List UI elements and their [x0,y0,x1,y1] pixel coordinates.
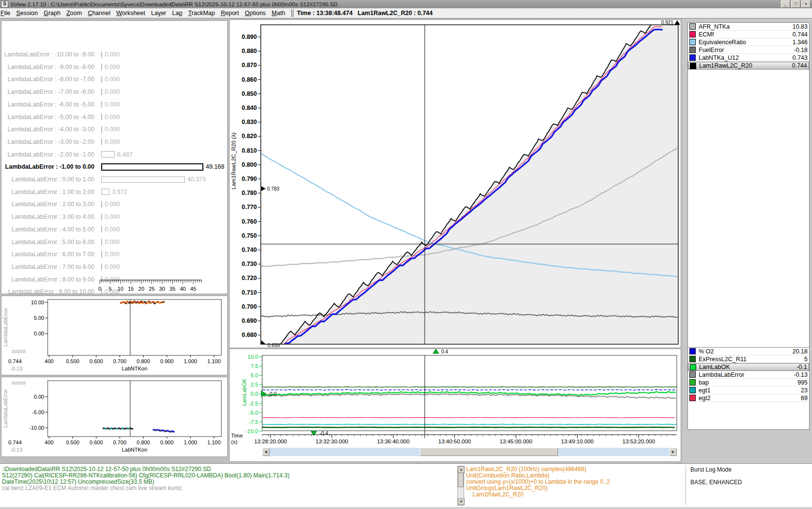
histogram-bar [101,89,102,95]
channel-color-swatch [689,387,696,393]
channel-row-ecmf[interactable]: ECMf0.744 [688,31,809,38]
histogram-value: 0.000 [105,51,120,58]
histogram-row-label: LambdaLabError : -3.00 to -2.00 [1,139,94,145]
scroll-left-button[interactable]: ◄ [262,448,270,456]
scroll-thumb[interactable] [420,448,558,456]
channel-row-afr-ntka[interactable]: AFR_NTKa10.83 [688,23,809,31]
histogram-value: 49.168 [206,163,224,170]
svg-text:0.700: 0.700 [242,303,257,310]
channel-row-lamlabok[interactable]: LamLabOK-0.1 [688,363,809,371]
menu-trackmap[interactable]: TrackMap [185,8,218,18]
svg-text:0.710: 0.710 [242,289,257,296]
scat1-chart[interactable]: LambdaLabError#####10.005.000.004000.500… [1,296,227,375]
channel-value: -0.18 [794,47,808,53]
channel-color-swatch [689,348,696,354]
histogram-row[interactable]: LambdaLabError : -9.00 to -8.000.000 [1,62,227,72]
channel-name: Lam1RawL2C_R20 [699,62,752,69]
scat2-chart[interactable]: LambdaLabError#####0.00-5.00-10.004000.5… [1,377,227,456]
histogram-row[interactable]: LambdaLabError : -1.00 to 0.0049.168 [1,162,227,172]
histogram-row[interactable]: LambdaLabError : 8.00 to 9.000.000 [1,275,227,284]
histogram-row[interactable]: LambdaLabError : 2.00 to 3.000.000 [1,199,227,209]
channel-name: LamLabOK [699,364,730,370]
menu-channel[interactable]: Channel [85,8,113,18]
svg-text:13:49:10.000: 13:49:10.000 [561,439,594,444]
histogram-row[interactable]: LambdaLabError : 7.00 to 8.000.000 [1,262,227,272]
status-scrollbar[interactable]: ▲ ▼ [457,466,464,506]
channel-row-lambdalaberror[interactable]: LambdaLabError-0.13 [688,371,809,379]
channel-row-egt1[interactable]: egt123 [688,386,809,394]
status-channel-line: Unit(Combustion Ratio,Lambda) [466,472,549,479]
channel-row-equivalenceratio[interactable]: EquivalenceRatio1.346 [688,38,809,46]
channel-list-top: AFR_NTKa10.83ECMf0.744EquivalenceRatio1.… [687,22,810,349]
histogram-row[interactable]: LambdaLabError : 5.00 to 6.000.000 [1,237,227,247]
main-chart-panel[interactable]: Lam1RawL2C_R20 (λ)0.8900.8800.8700.8600.… [229,19,681,348]
svg-text:0.921: 0.921 [661,20,673,25]
histogram-row[interactable]: LambdaLabError : -4.00 to -3.000.000 [1,124,227,134]
timeline-panel[interactable]: LamLabOK10.07.55.02.50.0-2.5-5.0-7.5-10.… [229,349,681,462]
menu-math[interactable]: Math [269,8,288,18]
svg-text:0.00: 0.00 [34,331,44,336]
svg-text:LambdaLabError: LambdaLabError [2,389,8,427]
scatter-panel-2[interactable]: LambdaLabError#####0.00-5.00-10.004000.5… [1,377,228,457]
histogram-panel[interactable]: LambdaLabError : -10.00 to -9.000.000Lam… [1,20,228,294]
channel-row-egt2[interactable]: egt269 [688,394,809,402]
channel-value: 0.743 [793,54,808,61]
svg-text:(s): (s) [231,439,237,445]
histogram-row[interactable]: LambdaLabError : -8.00 to -7.000.000 [1,74,227,84]
menu-report[interactable]: Report [218,8,242,18]
histogram-row[interactable]: LambdaLabError : 0.00 to 1.0040.373 [1,175,227,184]
histogram-row[interactable]: LambdaLabError : -3.00 to -2.000.000 [1,137,227,147]
histogram-bar [101,139,102,145]
svg-text:-0.13: -0.13 [10,447,22,453]
histogram-bar [101,251,102,258]
svg-text:0.860: 0.860 [242,76,257,83]
timeline-chart[interactable]: LamLabOK10.07.55.02.50.0-2.5-5.0-7.5-10.… [230,349,681,446]
histogram-value: 0.000 [105,213,120,220]
histogram-row[interactable]: LambdaLabError : 3.00 to 4.000.000 [1,212,227,222]
svg-text:-5.00: -5.00 [32,409,44,415]
channel-row-expressl2c-r11[interactable]: ExPressL2C_R115 [688,355,809,363]
svg-text:0.740: 0.740 [242,246,257,253]
scatter-panel-1[interactable]: LambdaLabError#####10.005.000.004000.500… [1,296,228,375]
menu-layer[interactable]: Layer [148,8,169,18]
svg-text:0.750: 0.750 [242,232,257,239]
menu-graph[interactable]: Graph [41,8,64,18]
svg-text:0.744: 0.744 [8,439,22,445]
menu-separator [291,9,293,17]
menu-zoom[interactable]: Zoom [63,8,85,18]
histogram-row[interactable]: LambdaLabError : -10.00 to -9.000.000 [1,50,227,59]
close-button[interactable]: × [801,0,811,8]
channel-name: AFR_NTKa [699,23,730,30]
channel-row-lam1rawl2c-r20[interactable]: Lam1RawL2C_R200.744 [688,62,809,70]
maximize-button[interactable]: □ [791,0,800,8]
svg-text:7.5: 7.5 [251,363,258,369]
menu-worksheet[interactable]: Worksheet [113,8,148,18]
histogram-row-label: LambdaLabError : -10.00 to -9.00 [1,51,94,58]
channel-row--o2[interactable]: % O220.18 [688,348,809,355]
status-note: cal benz LZA09-E1 ECM Autronic master ch… [2,485,182,491]
histogram-row[interactable]: LambdaLabError : 6.00 to 7.000.000 [1,249,227,259]
histogram-row[interactable]: LambdaLabError : -5.00 to -4.000.000 [1,112,227,122]
histogram-row[interactable]: LambdaLabError : 4.00 to 5.000.000 [1,225,227,234]
main-chart[interactable]: Lam1RawL2C_R20 (λ)0.8900.8800.8700.8600.… [230,20,681,348]
channel-name: bap [699,379,709,386]
svg-text:-7.5: -7.5 [249,419,258,425]
channel-row-labntka-u12[interactable]: LabNTKa_U120.743 [688,54,809,62]
histogram-bar [101,214,102,220]
minimize-button[interactable]: _ [781,0,790,8]
svg-text:0.900: 0.900 [160,358,174,364]
menu-lap[interactable]: Lap [169,8,185,18]
channel-row-fuelerror[interactable]: FuelError-0.18 [688,46,809,54]
menu-session[interactable]: Session [13,8,40,18]
histogram-row[interactable]: LambdaLabError : -2.00 to -1.006.487 [1,150,227,159]
histogram-row[interactable]: LambdaLabError : -7.00 to -6.000.000 [1,87,227,97]
scroll-right-button[interactable]: ► [669,448,677,456]
histogram-row[interactable]: LambdaLabError : 1.00 to 2.003.972 [1,187,227,197]
histogram-bar [101,52,102,58]
menu-file[interactable]: File [0,8,13,18]
title-bar: S SView 2.17.10 : C:\Users\Public\Docume… [0,0,812,8]
histogram-row[interactable]: LambdaLabError : -6.00 to -5.000.000 [1,100,227,109]
histogram-value: 6.487 [117,151,132,158]
channel-row-bap[interactable]: bap995 [688,379,809,386]
menu-options[interactable]: Options [242,8,269,18]
